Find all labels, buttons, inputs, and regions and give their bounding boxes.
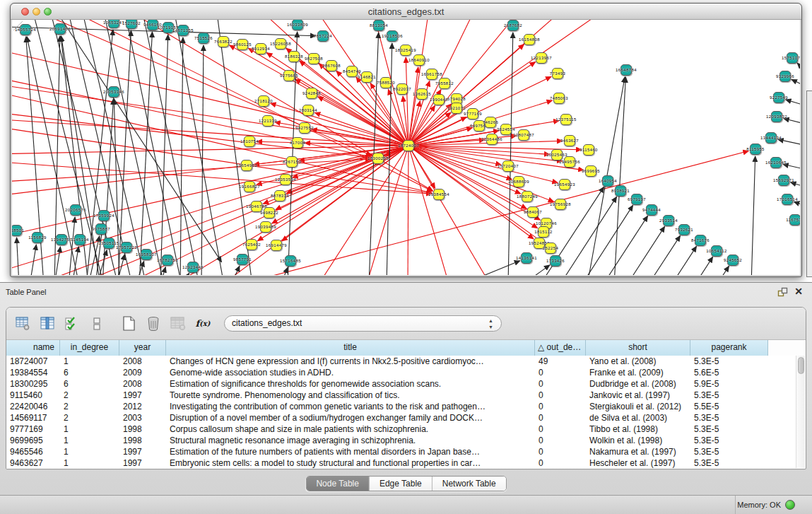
table-row[interactable]: 946362711997Embryonic stem cells: a mode… xyxy=(6,457,796,469)
graph-node[interactable]: 9227549 xyxy=(773,92,784,103)
graph-node[interactable]: 19166827 xyxy=(244,181,255,192)
graph-node[interactable]: 12093832 xyxy=(771,111,782,122)
graph-node[interactable]: 9699695 xyxy=(585,165,596,177)
graph-node[interactable]: 10025463 xyxy=(551,149,563,160)
graph-node[interactable]: 19654962 xyxy=(241,160,252,171)
graph-node[interactable]: 9860125 xyxy=(237,39,248,50)
tab-network-table[interactable]: Network Table xyxy=(432,477,506,491)
graph-node[interactable]: 9975887 xyxy=(95,223,107,235)
graph-node[interactable]: 21364486 xyxy=(486,134,498,145)
graph-node[interactable]: 8454749 xyxy=(346,66,358,77)
graph-node[interactable]: 12923446 xyxy=(187,262,199,273)
graph-node[interactable]: 9146821 xyxy=(361,71,372,83)
graph-node[interactable]: 9242848 xyxy=(306,88,317,99)
table-row[interactable]: 969969511998Structural magnetic resonanc… xyxy=(6,435,796,446)
graph-node[interactable]: 1640954 xyxy=(602,175,613,187)
graph-node[interactable]: 9463627 xyxy=(564,135,575,146)
column-header[interactable]: pagerank xyxy=(690,340,768,356)
table-row[interactable]: 977716911998Corpus callosum shape and si… xyxy=(6,424,796,435)
graph-node[interactable]: 19495756 xyxy=(564,156,575,168)
graph-node[interactable]: 18640910 xyxy=(413,54,425,66)
graph-node[interactable]: 12375115 xyxy=(560,114,572,125)
table-row[interactable]: 911546021997Tourette syndrome. Phenomeno… xyxy=(6,390,796,401)
tab-node-table[interactable]: Node Table xyxy=(306,477,369,491)
network-window-titlebar[interactable]: citations_edges.txt xyxy=(11,4,801,20)
network-table-selector[interactable]: citations_edges.txt ▲▼ xyxy=(224,315,502,332)
column-header[interactable]: short xyxy=(586,340,690,356)
graph-node[interactable]: 15692971 xyxy=(778,175,789,186)
graph-node[interactable]: 3624554 xyxy=(500,124,512,135)
import-table-button-disabled[interactable] xyxy=(170,316,186,332)
graph-node[interactable]: 18325419 xyxy=(400,45,411,56)
graph-node[interactable]: 417004 xyxy=(292,137,303,148)
graph-node[interactable]: 18724007 xyxy=(403,140,414,151)
graph-node[interactable]: 1733426 xyxy=(550,255,561,267)
graph-node[interactable]: 7663822 xyxy=(218,36,229,47)
graph-node[interactable]: 138501 xyxy=(12,225,22,236)
graph-node[interactable]: 19756928 xyxy=(555,199,566,210)
graph-node[interactable]: 9275685 xyxy=(283,70,295,81)
graph-node[interactable]: 2867608 xyxy=(326,60,337,71)
graph-node[interactable]: 1362615 xyxy=(416,88,428,100)
resize-grip-icon[interactable] xyxy=(12,20,23,31)
graph-node[interactable]: 1527602 xyxy=(126,20,137,29)
graph-node[interactable]: 16154808 xyxy=(524,34,535,45)
graph-node[interactable]: 17359924 xyxy=(98,210,110,221)
delete-table-button[interactable] xyxy=(146,316,161,332)
graph-node[interactable]: 9777169 xyxy=(467,108,478,119)
graph-node[interactable]: 7588520 xyxy=(380,77,392,88)
table-scrollbar[interactable] xyxy=(796,356,805,468)
graph-node[interactable]: 19218506 xyxy=(387,30,398,42)
graph-node[interactable]: 10688609 xyxy=(513,176,524,187)
table-row[interactable]: 1830029562008Estimation of significance … xyxy=(6,378,796,390)
graph-node[interactable]: 12353594 xyxy=(280,174,291,185)
column-header[interactable]: title xyxy=(166,340,535,356)
column-settings-button[interactable] xyxy=(15,316,30,332)
graph-node[interactable]: 8267150 xyxy=(286,156,298,168)
graph-node[interactable]: 13505115 xyxy=(103,238,114,249)
graph-node[interactable]: 8813054 xyxy=(373,20,384,31)
graph-node[interactable]: 16782753 xyxy=(162,255,173,266)
function-builder-button[interactable]: f(x) xyxy=(195,316,211,332)
graph-node[interactable]: 15751074 xyxy=(787,52,798,64)
graph-node[interactable]: 746266 xyxy=(485,117,496,128)
graph-node[interactable]: 14136141 xyxy=(521,252,532,264)
graph-node[interactable]: 2933514 xyxy=(663,215,674,226)
table-row[interactable]: 946554611997Estimation of the future num… xyxy=(6,446,796,457)
graph-node[interactable]: 16210645 xyxy=(770,157,782,168)
graph-node[interactable]: 9884067 xyxy=(527,206,539,218)
graph-node[interactable]: 12213967 xyxy=(536,52,547,64)
close-panel-icon[interactable]: ✕ xyxy=(794,286,803,297)
graph-node[interactable]: 2718120 xyxy=(258,95,269,107)
graph-node[interactable]: 1221339 xyxy=(262,115,273,127)
float-panel-icon[interactable] xyxy=(777,287,788,298)
graph-node[interactable]: 14671355 xyxy=(177,25,189,36)
graph-node[interactable]: 6979197 xyxy=(631,194,642,205)
graph-node[interactable]: 1810754 xyxy=(244,136,255,147)
network-canvas[interactable]: 1405572420691406106532471527602946616010… xyxy=(12,20,800,275)
graph-node[interactable]: 8922037 xyxy=(396,83,408,95)
table-row[interactable]: 1872400712008Changes of HCN gene express… xyxy=(6,356,796,367)
graph-node[interactable]: 15226058 xyxy=(275,38,286,49)
graph-node[interactable]: 10807487 xyxy=(518,129,529,141)
graph-node[interactable]: 19654923 xyxy=(559,179,570,190)
table-scrollbar-thumb[interactable] xyxy=(798,357,804,374)
graph-node[interactable]: 20691406 xyxy=(54,23,66,35)
graph-node[interactable]: 9466160 xyxy=(147,20,158,30)
graph-node[interactable]: 16961758 xyxy=(426,69,437,80)
graph-node[interactable]: 20206576 xyxy=(70,204,81,216)
graph-node[interactable]: 9427552 xyxy=(299,122,310,134)
graph-node[interactable]: 1156829 xyxy=(32,232,43,243)
graph-node[interactable]: 9115460 xyxy=(583,144,594,156)
table-row[interactable]: 1938455462009Genome-wide association stu… xyxy=(6,367,796,378)
graph-node[interactable]: 17957223 xyxy=(121,242,132,253)
graph-node[interactable]: 2803144 xyxy=(302,105,314,116)
column-header[interactable]: year xyxy=(119,340,166,356)
graph-node[interactable]: 9329966 xyxy=(779,71,791,82)
graph-node[interactable]: 8912934 xyxy=(255,43,266,54)
graph-node[interactable]: 7857224 xyxy=(317,30,329,42)
tab-edge-table[interactable]: Edge Table xyxy=(369,477,432,491)
graph-node[interactable]: 8878334 xyxy=(274,190,286,201)
graph-node[interactable]: 8115955 xyxy=(750,144,761,155)
graph-node[interactable]: 1167533 xyxy=(789,214,800,226)
